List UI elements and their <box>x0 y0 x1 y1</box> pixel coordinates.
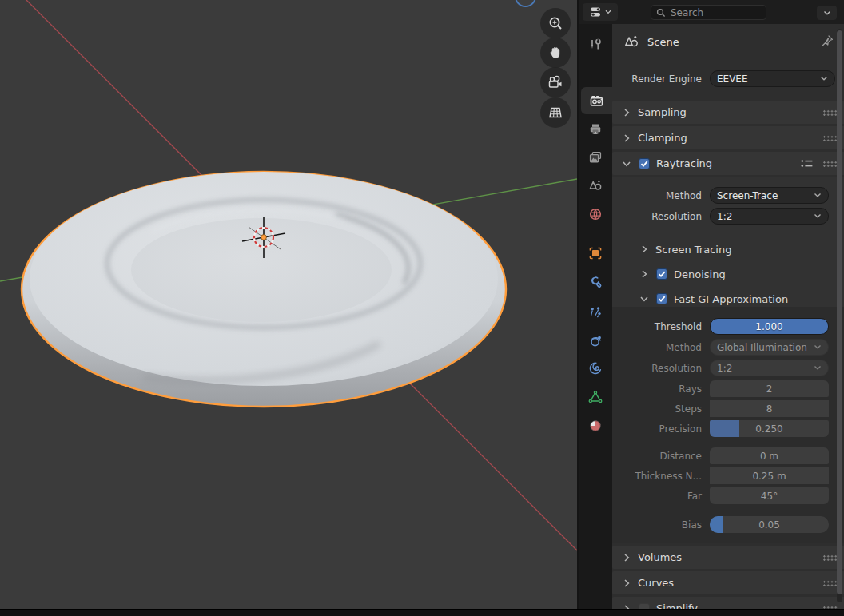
thickness-field[interactable]: 0.25 m <box>710 467 829 484</box>
section-curves[interactable]: Curves <box>612 571 844 594</box>
camera-icon <box>547 74 564 91</box>
drag-grip-icon[interactable] <box>822 135 838 141</box>
plate-object[interactable] <box>22 172 506 407</box>
subsection-screen-tracing[interactable]: Screen Tracing <box>612 240 844 258</box>
presets-list-icon[interactable] <box>801 159 813 169</box>
pan-gizmo[interactable] <box>540 38 571 68</box>
ortho-toggle-gizmo[interactable] <box>540 97 571 128</box>
drag-grip-icon[interactable] <box>822 580 838 586</box>
bias-slider[interactable]: 0.05 <box>710 516 829 533</box>
grid-icon <box>547 104 564 121</box>
fast-gi-body: Threshold 1.000 Method Global Illuminati… <box>612 307 844 543</box>
chevron-down-icon <box>622 159 631 169</box>
section-raytracing[interactable]: Raytracing <box>612 152 844 175</box>
tab-particles[interactable] <box>579 299 612 326</box>
bias-row: Bias 0.05 <box>612 516 844 533</box>
chevron-right-icon <box>639 269 649 279</box>
distance-row: Distance 0 m <box>612 447 844 464</box>
tab-render[interactable] <box>581 87 612 114</box>
tab-object-data[interactable] <box>579 384 612 411</box>
hand-icon <box>547 45 563 61</box>
drag-grip-icon[interactable] <box>822 161 838 167</box>
tab-view-layer[interactable] <box>579 144 612 171</box>
render-engine-row: Render Engine EEVEE <box>612 70 844 87</box>
subsection-denoising[interactable]: Denoising <box>612 265 844 283</box>
render-engine-label: Render Engine <box>612 74 702 85</box>
chevron-right-icon <box>622 133 631 143</box>
status-bar-edge <box>0 609 844 616</box>
zoom-gizmo[interactable] <box>540 8 571 38</box>
tab-scene[interactable] <box>579 172 612 199</box>
distance-field[interactable]: 0 m <box>710 447 829 464</box>
tab-constraints[interactable] <box>579 356 612 383</box>
raytracing-resolution-row: Resolution 1:2 <box>612 208 844 225</box>
zoom-icon <box>547 15 564 32</box>
fast-gi-checkbox[interactable] <box>656 293 667 304</box>
denoising-checkbox[interactable] <box>656 268 667 280</box>
tab-world[interactable] <box>579 201 612 228</box>
section-sampling[interactable]: Sampling <box>612 101 844 124</box>
rays-field[interactable]: 2 <box>710 380 829 397</box>
steps-field[interactable]: 8 <box>710 400 829 417</box>
precision-slider[interactable]: 0.250 <box>710 420 829 437</box>
particles-icon <box>588 305 603 320</box>
chevron-down-icon <box>814 193 822 198</box>
chevron-down-icon <box>814 344 822 350</box>
rays-row: Rays 2 <box>612 380 844 397</box>
subsection-fast-gi[interactable]: Fast GI Approximation <box>612 290 844 308</box>
search-icon <box>656 8 666 18</box>
far-row: Far 45° <box>612 487 844 504</box>
material-icon <box>588 419 603 433</box>
pin-icon[interactable] <box>820 34 834 48</box>
tab-object[interactable] <box>579 240 612 267</box>
camera-view-gizmo[interactable] <box>540 67 571 97</box>
raytracing-resolution-dropdown[interactable]: 1:2 <box>710 208 829 225</box>
chevron-down-icon <box>605 10 611 14</box>
far-field[interactable]: 45° <box>710 487 829 504</box>
gi-method-dropdown[interactable]: Global Illumination <box>710 339 829 356</box>
world-icon <box>588 207 603 221</box>
render-icon <box>589 93 604 108</box>
simplify-checkbox[interactable] <box>639 603 650 610</box>
render-engine-dropdown[interactable]: EEVEE <box>710 70 835 87</box>
scene-breadcrumb-icon <box>623 34 639 50</box>
tab-material[interactable] <box>579 412 612 439</box>
chevron-right-icon <box>622 553 631 562</box>
chevron-down-icon <box>814 213 822 219</box>
threshold-slider[interactable]: 1.000 <box>710 318 829 335</box>
search-input[interactable]: Search <box>651 5 766 20</box>
raytracing-method-dropdown[interactable]: Screen-Trace <box>710 187 829 204</box>
drag-grip-icon[interactable] <box>822 109 838 116</box>
viewport-canvas[interactable] <box>0 0 577 609</box>
tab-tool[interactable] <box>579 31 612 58</box>
output-icon <box>588 122 603 137</box>
checkmark-icon <box>639 159 649 169</box>
chevron-down-icon <box>814 365 822 371</box>
panel-options-button[interactable] <box>817 6 837 20</box>
editor-type-button[interactable] <box>583 3 618 21</box>
chevron-right-icon <box>639 244 649 254</box>
gi-resolution-dropdown[interactable]: 1:2 <box>710 360 829 376</box>
chevron-right-icon <box>622 578 631 588</box>
scrollbar[interactable] <box>837 29 842 602</box>
section-simplify[interactable]: Simplify <box>612 597 844 609</box>
tab-modifiers[interactable] <box>579 269 612 296</box>
section-volumes[interactable]: Volumes <box>612 546 844 569</box>
section-clamping[interactable]: Clamping <box>612 126 844 149</box>
3d-viewport[interactable] <box>0 0 577 609</box>
raytracing-checkbox[interactable] <box>639 158 650 169</box>
tab-physics[interactable] <box>579 328 612 355</box>
properties-header: Search <box>579 0 844 24</box>
object-data-icon <box>588 390 603 404</box>
tab-output[interactable] <box>579 116 612 143</box>
raytracing-method-row: Method Screen-Trace <box>612 187 844 204</box>
breadcrumb: Scene <box>623 32 844 51</box>
drag-grip-icon[interactable] <box>822 554 838 561</box>
object-icon <box>588 246 603 260</box>
modifier-wrench-icon <box>588 276 603 290</box>
precision-row: Precision 0.250 <box>612 420 844 437</box>
steps-row: Steps 8 <box>612 400 844 417</box>
scrollbar-thumb[interactable] <box>837 30 842 594</box>
blender-window: Search <box>0 0 844 616</box>
chevron-down-icon <box>823 10 831 16</box>
